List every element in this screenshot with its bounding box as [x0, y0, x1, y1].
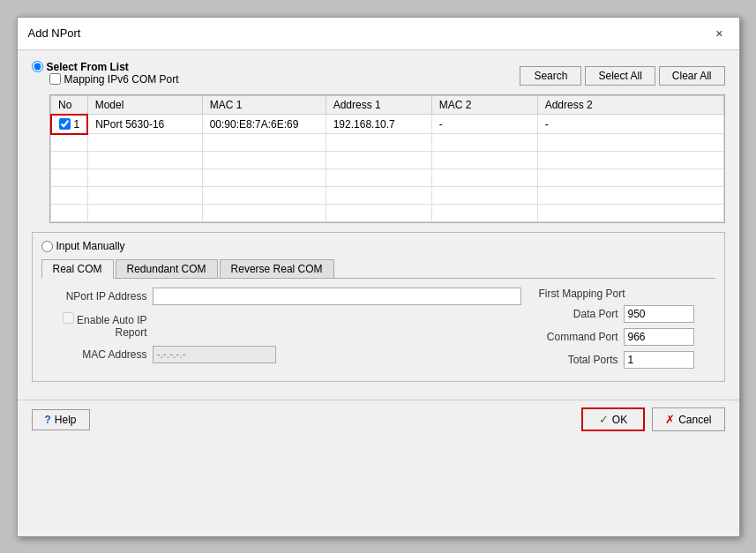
cell-no: 1 [51, 115, 88, 134]
auto-ip-row: Enable Auto IP Report [41, 312, 521, 339]
table-row[interactable]: 1 NPort 5630-16 00:90:E8:7A:6E:69 192.16… [51, 115, 724, 134]
section-top-left: Select From List Mapping IPv6 COM Port [32, 61, 179, 91]
input-manually-label: Input Manually [56, 240, 125, 252]
cell-addr2: - [537, 115, 723, 134]
left-fields: NPort IP Address Enable Auto IP Report M… [41, 288, 521, 374]
select-list-area: No Model MAC 1 Address 1 MAC 2 Address 2 [49, 94, 725, 224]
data-port-input[interactable] [624, 305, 694, 323]
first-mapping-port-title: First Mapping Port [539, 288, 715, 300]
tab-content: NPort IP Address Enable Auto IP Report M… [41, 288, 715, 374]
input-manually-header: Input Manually [41, 240, 715, 252]
auto-ip-label: Enable Auto IP Report [41, 312, 147, 339]
mapping-ipv6-row: Mapping IPv6 COM Port [49, 73, 179, 86]
top-buttons: Search Select All Clear All [520, 66, 724, 86]
table-row-empty-3 [51, 169, 724, 187]
nport-ip-row: NPort IP Address [41, 288, 521, 305]
input-manually-section: Input Manually Real COM Redundant COM Re… [32, 232, 725, 382]
total-ports-row: Total Ports [539, 351, 715, 369]
mac-address-input[interactable] [153, 346, 276, 363]
total-ports-input[interactable] [624, 351, 694, 369]
close-button[interactable]: × [710, 25, 728, 42]
clear-all-button[interactable]: Clear All [659, 66, 725, 86]
table-row-empty-1 [51, 134, 724, 152]
search-button[interactable]: Search [520, 66, 581, 86]
command-port-input[interactable] [624, 328, 694, 346]
table-row-empty-5 [51, 205, 724, 222]
col-mac2: MAC 2 [431, 95, 537, 115]
col-addr2: Address 2 [537, 95, 723, 115]
cell-mac1: 00:90:E8:7A:6E:69 [202, 115, 326, 134]
table-row-empty-2 [51, 152, 724, 169]
nport-ip-label: NPort IP Address [41, 290, 147, 303]
device-table: No Model MAC 1 Address 1 MAC 2 Address 2 [50, 95, 724, 223]
select-all-button[interactable]: Select All [585, 66, 655, 86]
mac-address-row: MAC Address [41, 346, 521, 363]
col-no: No [51, 95, 88, 115]
input-manually-radio-input[interactable] [41, 241, 53, 252]
auto-ip-checkbox[interactable] [63, 312, 74, 324]
dialog-title: Add NPort [28, 26, 81, 40]
ok-check-icon: ✓ [599, 413, 609, 426]
cancel-button[interactable]: ✗ Cancel [652, 407, 724, 431]
command-port-label: Command Port [539, 331, 618, 343]
cell-mac2: - [431, 115, 537, 134]
ok-button[interactable]: ✓ OK [581, 407, 645, 431]
table-row-empty-4 [51, 187, 724, 205]
command-port-row: Command Port [539, 328, 715, 346]
tab-redundant-com[interactable]: Redundant COM [116, 259, 218, 278]
cell-model: NPort 5630-16 [87, 115, 202, 134]
data-port-label: Data Port [539, 308, 618, 320]
nport-ip-input[interactable] [153, 288, 521, 305]
col-mac1: MAC 1 [202, 95, 326, 115]
cell-addr1: 192.168.10.7 [326, 115, 431, 134]
cancel-cross-icon: ✗ [665, 413, 675, 426]
data-port-row: Data Port [539, 305, 715, 323]
tab-bar: Real COM Redundant COM Reverse Real COM [41, 259, 715, 279]
mapping-ipv6-checkbox[interactable] [49, 73, 61, 85]
select-from-list-radio-input[interactable] [32, 61, 43, 72]
select-from-list-radio[interactable]: Select From List [32, 61, 179, 73]
select-from-list-section: Select From List Mapping IPv6 COM Port S… [32, 61, 725, 224]
right-fields: First Mapping Port Data Port Command Por… [539, 288, 715, 374]
add-nport-dialog: Add NPort × Select From List Mapping IPv… [17, 17, 740, 537]
col-addr1: Address 1 [326, 95, 431, 115]
title-bar: Add NPort × [18, 18, 739, 50]
section-top-row: Select From List Mapping IPv6 COM Port S… [32, 61, 725, 91]
row-checkbox[interactable] [59, 118, 71, 130]
footer-right: ✓ OK ✗ Cancel [581, 407, 725, 431]
help-icon: ? [45, 414, 51, 426]
mac-address-label: MAC Address [41, 348, 147, 361]
col-model: Model [87, 95, 202, 115]
total-ports-label: Total Ports [539, 354, 618, 366]
dialog-footer: ? Help ✓ OK ✗ Cancel [18, 400, 739, 438]
tab-real-com[interactable]: Real COM [41, 259, 114, 279]
help-button[interactable]: ? Help [32, 409, 90, 430]
dialog-body: Select From List Mapping IPv6 COM Port S… [18, 50, 739, 393]
tab-reverse-real-com[interactable]: Reverse Real COM [220, 259, 334, 278]
